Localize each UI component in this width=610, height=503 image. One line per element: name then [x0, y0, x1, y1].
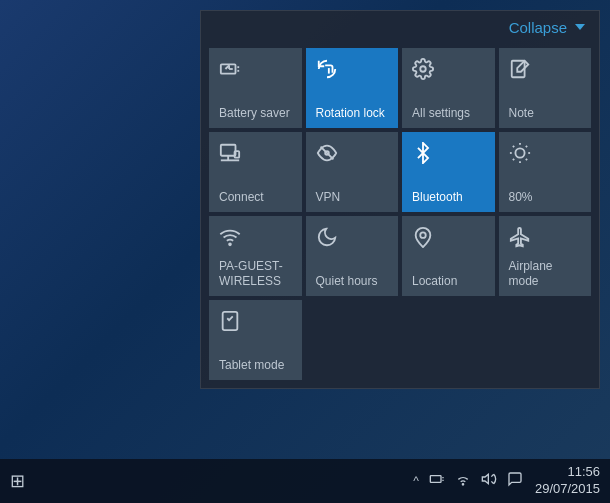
svg-line-19 [525, 159, 526, 160]
connect-icon [219, 142, 241, 170]
tablet-mode-icon [219, 310, 241, 338]
svg-point-24 [229, 243, 231, 245]
action-center-panel: Collapse Battery saver [200, 10, 600, 389]
vpn-icon [316, 142, 338, 170]
tile-brightness[interactable]: 80% [499, 132, 592, 212]
volume-tray-icon[interactable] [481, 471, 497, 491]
taskbar: ⊞ ^ [0, 459, 610, 503]
taskbar-left: ⊞ [10, 470, 25, 492]
svg-marker-32 [482, 474, 488, 483]
connect-label: Connect [219, 190, 264, 204]
svg-line-18 [512, 146, 513, 147]
location-icon [412, 226, 434, 254]
bluetooth-label: Bluetooth [412, 190, 463, 204]
tile-note[interactable]: Note [499, 48, 592, 128]
note-label: Note [509, 106, 534, 120]
quick-action-tiles: Battery saver Rotation lock [201, 44, 599, 388]
all-settings-label: All settings [412, 106, 470, 120]
svg-rect-9 [221, 145, 236, 156]
clock-date: 29/07/2015 [535, 481, 600, 498]
taskbar-right: ^ [413, 464, 600, 498]
svg-rect-12 [235, 151, 240, 157]
hidden-icons-button[interactable]: ^ [413, 474, 419, 488]
airplane-mode-label: Airplane mode [509, 259, 582, 288]
notifications-tray-icon[interactable] [507, 471, 523, 491]
start-button[interactable]: ⊞ [10, 470, 25, 492]
clock-time: 11:56 [567, 464, 600, 481]
wifi-icon [219, 226, 241, 254]
brightness-label: 80% [509, 190, 533, 204]
tile-rotation-lock[interactable]: Rotation lock [306, 48, 399, 128]
tile-battery-saver[interactable]: Battery saver [209, 48, 302, 128]
tile-vpn[interactable]: VPN [306, 132, 399, 212]
quiet-hours-icon [316, 226, 338, 254]
collapse-button[interactable]: Collapse [509, 19, 585, 36]
svg-line-22 [512, 159, 513, 160]
tile-connect[interactable]: Connect [209, 132, 302, 212]
chevron-down-icon [575, 24, 585, 30]
clock-display[interactable]: 11:56 29/07/2015 [535, 464, 600, 498]
rotation-lock-icon [316, 58, 338, 86]
tile-bluetooth[interactable]: Bluetooth [402, 132, 495, 212]
location-label: Location [412, 274, 457, 288]
all-settings-icon [412, 58, 434, 86]
tile-quiet-hours[interactable]: Quiet hours [306, 216, 399, 296]
svg-rect-28 [430, 476, 441, 483]
tile-all-settings[interactable]: All settings [402, 48, 495, 128]
note-icon [509, 58, 531, 86]
battery-saver-icon [219, 58, 241, 86]
tablet-mode-label: Tablet mode [219, 358, 284, 372]
bluetooth-icon [412, 142, 434, 170]
wifi-tray-icon[interactable] [455, 471, 471, 491]
tile-airplane-mode[interactable]: Airplane mode [499, 216, 592, 296]
tile-location[interactable]: Location [402, 216, 495, 296]
tile-wifi[interactable]: PA-GUEST-WIRELESS [209, 216, 302, 296]
svg-point-31 [462, 484, 463, 485]
quiet-hours-label: Quiet hours [316, 274, 378, 288]
tile-tablet-mode[interactable]: Tablet mode [209, 300, 302, 380]
svg-point-15 [515, 148, 524, 157]
wifi-label: PA-GUEST-WIRELESS [219, 259, 292, 288]
battery-tray-icon[interactable] [429, 471, 445, 491]
vpn-label: VPN [316, 190, 341, 204]
brightness-icon [509, 142, 531, 170]
svg-point-25 [420, 232, 426, 238]
svg-line-23 [525, 146, 526, 147]
collapse-bar: Collapse [201, 11, 599, 44]
rotation-lock-label: Rotation lock [316, 106, 385, 120]
battery-saver-label: Battery saver [219, 106, 290, 120]
system-tray: ^ [413, 471, 523, 491]
airplane-mode-icon [509, 226, 531, 254]
collapse-label: Collapse [509, 19, 567, 36]
svg-line-14 [320, 147, 333, 160]
svg-point-7 [420, 66, 426, 72]
